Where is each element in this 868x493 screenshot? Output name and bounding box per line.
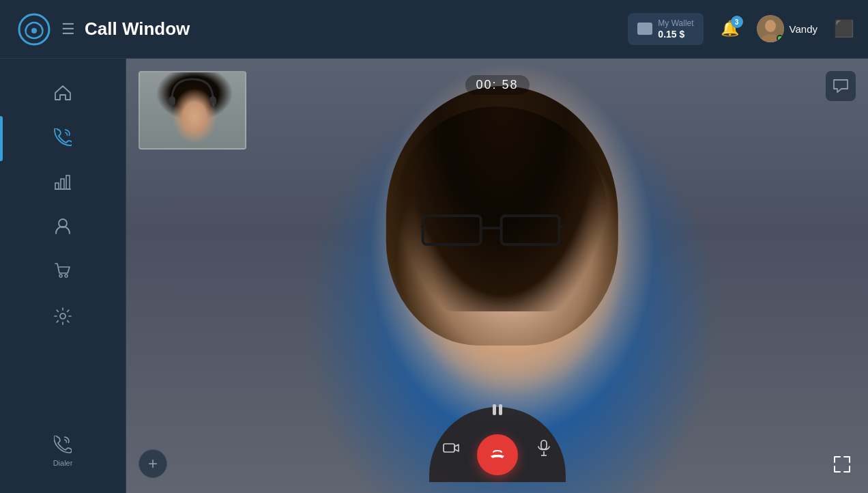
add-icon: + (148, 454, 158, 473)
dialer-label: Dialer (53, 459, 73, 467)
sidebar-item-home[interactable] (0, 72, 126, 116)
svg-rect-4 (638, 23, 648, 26)
svg-point-14 (59, 274, 62, 277)
controls-wheel (429, 393, 566, 482)
svg-rect-28 (444, 444, 454, 452)
sidebar-item-shop[interactable] (0, 250, 126, 295)
expand-button[interactable] (828, 451, 856, 478)
header: ☰ Call Window My Wallet 0.15 $ 🔔 3 (0, 0, 868, 59)
svg-point-7 (765, 20, 776, 32)
notification-count: 3 (731, 16, 743, 28)
call-controls (429, 393, 566, 482)
menu-icon[interactable]: ☰ (61, 20, 75, 38)
wallet-amount: 0.15 $ (658, 29, 684, 40)
svg-rect-29 (541, 440, 547, 449)
svg-point-1 (31, 28, 37, 33)
chat-icon-button[interactable] (826, 71, 856, 101)
svg-point-16 (60, 313, 66, 319)
main-content: Dialer 00: 58 (0, 59, 868, 493)
user-name: Vandy (790, 23, 818, 35)
svg-rect-9 (55, 183, 59, 189)
wallet-icon (637, 23, 652, 35)
header-right: My Wallet 0.15 $ 🔔 3 Vandy ⬛ (628, 13, 854, 44)
home-icon (54, 85, 72, 104)
user-status-dot (777, 35, 783, 42)
app-logo[interactable] (14, 9, 55, 50)
svg-rect-11 (66, 175, 70, 189)
sidebar: Dialer (0, 59, 126, 493)
user-info[interactable]: Vandy (757, 15, 818, 42)
add-participant-button[interactable]: + (139, 449, 167, 478)
calls-icon (54, 128, 72, 149)
shop-icon (54, 262, 72, 283)
sidebar-item-calls[interactable] (0, 116, 126, 161)
sidebar-item-contacts[interactable] (0, 205, 126, 250)
end-call-button[interactable] (477, 434, 518, 475)
pause-button[interactable] (484, 396, 511, 423)
svg-rect-26 (493, 404, 496, 415)
contacts-icon (55, 217, 71, 238)
page-title: Call Window (85, 18, 628, 40)
wallet-label: My Wallet (658, 18, 693, 28)
camera-button[interactable] (437, 434, 465, 462)
svg-rect-2 (638, 25, 652, 34)
svg-rect-3 (638, 27, 652, 29)
svg-rect-22 (169, 96, 175, 106)
svg-point-5 (647, 30, 650, 33)
self-video (139, 71, 246, 150)
settings-icon (54, 307, 72, 328)
avatar (757, 15, 784, 42)
notification-bell[interactable]: 🔔 3 (716, 14, 744, 43)
video-main: 00: 58 (126, 59, 868, 493)
sidebar-item-dialer[interactable]: Dialer (0, 423, 126, 479)
logout-icon[interactable]: ⬛ (834, 19, 854, 38)
sidebar-item-stats[interactable] (0, 161, 126, 205)
call-timer: 00: 58 (465, 75, 529, 95)
svg-rect-27 (499, 404, 502, 415)
self-video-person (140, 72, 245, 148)
microphone-button[interactable] (530, 434, 558, 462)
dialer-icon (54, 436, 72, 456)
svg-rect-10 (61, 179, 64, 189)
stats-icon (54, 173, 72, 193)
wallet-text: My Wallet 0.15 $ (658, 18, 693, 39)
sidebar-item-settings[interactable] (0, 295, 126, 340)
wallet-badge[interactable]: My Wallet 0.15 $ (628, 13, 703, 44)
call-area: 00: 58 (126, 59, 868, 493)
svg-point-15 (65, 274, 68, 277)
